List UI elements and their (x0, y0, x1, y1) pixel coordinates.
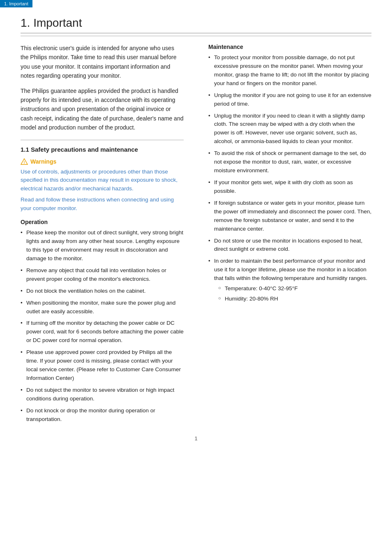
operation-heading: Operation (21, 219, 184, 225)
list-item: In order to maintain the best performanc… (208, 257, 371, 303)
list-item: Unplug the monitor if you need to clean … (208, 112, 371, 146)
list-item: Do not subject the monitor to severe vib… (21, 386, 184, 403)
title-area: 1. Important (21, 16, 371, 36)
list-item: Do not block the ventilation holes on th… (21, 287, 184, 296)
maintenance-list: To protect your monitor from possible da… (208, 53, 371, 303)
list-item: Humidity: 20-80% RH (218, 295, 371, 303)
breadcrumb: 1. Important (0, 0, 32, 7)
svg-text:!: ! (24, 160, 25, 164)
right-column: Maintenance To protect your monitor from… (204, 44, 371, 427)
warning-line-1: Use of controls, adjustments or procedur… (21, 168, 184, 194)
intro-paragraph-1: This electronic user's guide is intended… (21, 44, 184, 81)
list-item: If your monitor gets wet, wipe it with d… (208, 178, 371, 196)
list-item: If foreign substance or water gets in yo… (208, 199, 371, 234)
warnings-block: ! Warnings Use of controls, adjustments … (21, 158, 184, 213)
warning-icon: ! (21, 158, 28, 165)
page-title: 1. Important (21, 16, 371, 30)
list-item: To avoid the risk of shock or permanent … (208, 149, 371, 175)
safety-section-heading: 1.1 Safety precautions and maintenance (21, 146, 184, 153)
warnings-title: ! Warnings (21, 158, 184, 165)
temperature-humidity-list: Temperature: 0-40°C 32-95°F Humidity: 20… (218, 284, 371, 303)
list-item: Remove any object that could fall into v… (21, 266, 184, 284)
list-item: Please keep the monitor out of direct su… (21, 229, 184, 263)
warnings-text: Use of controls, adjustments or procedur… (21, 168, 184, 213)
intro-paragraph-2: The Philips guarantee applies provided t… (21, 86, 184, 132)
page-number: 1 (21, 435, 371, 442)
list-item: If turning off the monitor by detaching … (21, 319, 184, 345)
list-item: When positioning the monitor, make sure … (21, 299, 184, 316)
list-item: Do not store or use the monitor in locat… (208, 237, 371, 254)
warnings-label: Warnings (30, 158, 56, 165)
operation-list: Please keep the monitor out of direct su… (21, 229, 184, 423)
list-item: Temperature: 0-40°C 32-95°F (218, 284, 371, 293)
maintenance-heading: Maintenance (208, 44, 371, 50)
list-item: Unplug the monitor if you are not going … (208, 91, 371, 109)
list-item: Please use approved power cord provided … (21, 348, 184, 383)
left-column: This electronic user's guide is intended… (21, 44, 188, 427)
list-item: Do not knock or drop the monitor during … (21, 407, 184, 424)
list-item: To protect your monitor from possible da… (208, 53, 371, 88)
warning-line-2: Read and follow these instructions when … (21, 196, 184, 213)
